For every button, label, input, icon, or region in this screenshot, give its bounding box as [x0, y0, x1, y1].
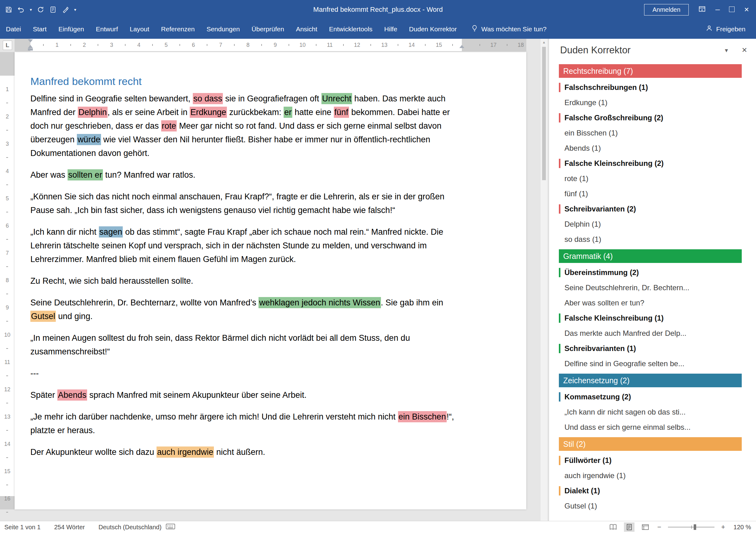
paragraph[interactable]: Später Abends sprach Manfred mit seinem … [30, 388, 462, 402]
correction-group[interactable]: Übereinstimmung (2) [559, 265, 742, 280]
tab-hilfe[interactable]: Hilfe [378, 19, 403, 39]
paragraph[interactable]: Delfine sind in Geografie selten bewande… [30, 92, 462, 160]
tab-referenzen[interactable]: Referenzen [155, 19, 201, 39]
tab-datei[interactable]: Datei [0, 19, 27, 39]
paragraph[interactable]: Aber was sollten er tun? Manfred war rat… [30, 168, 462, 182]
document-heading[interactable]: Manfred bekommt recht [30, 74, 462, 88]
word-count[interactable]: 254 Wörter [54, 524, 85, 531]
paragraph[interactable]: Der Akupunkteur wollte sich dazu auch ir… [30, 445, 462, 459]
tell-me-box[interactable]: Was möchten Sie tun? [471, 24, 547, 34]
paragraph[interactable]: „Ich kann dir nicht sagen ob das stimmt“… [30, 225, 462, 266]
paragraph[interactable]: „Können Sie sich das nicht noch einmal a… [30, 190, 462, 217]
category-header-zeichensetzung-2[interactable]: Zeichensetzung (2) [559, 374, 742, 387]
correction-item[interactable]: fünf (1) [559, 186, 742, 201]
zoom-in-icon[interactable]: + [720, 523, 726, 531]
minimize-icon[interactable]: ─ [716, 7, 720, 13]
undo-icon[interactable] [17, 6, 25, 13]
ruler-number: 18 [518, 42, 524, 48]
correction-group[interactable]: Schreibvarianten (2) [559, 201, 742, 216]
zoom-out-icon[interactable]: − [656, 523, 662, 531]
tab-ansicht[interactable]: Ansicht [290, 19, 323, 39]
correction-item[interactable]: Aber was sollten er tun? [559, 295, 742, 310]
correction-group[interactable]: Falsche Kleinschreibung (2) [559, 156, 742, 171]
correction-item[interactable]: ein Bisschen (1) [559, 125, 742, 140]
status-right: − + 120 % [608, 522, 756, 532]
paragraph[interactable]: Zu Recht, wie sich bald herausstellen so… [30, 274, 462, 288]
category-header-grammatik-4[interactable]: Grammatik (4) [559, 249, 742, 263]
scroll-up-icon[interactable]: ▲ [542, 39, 546, 45]
correction-item[interactable]: so dass (1) [559, 232, 742, 247]
tab-selector[interactable]: L [3, 41, 12, 50]
tab-entwurf[interactable]: Entwurf [90, 19, 124, 39]
undo-dropdown-icon[interactable]: ▾ [30, 8, 32, 12]
correction-group[interactable]: Dialekt (1) [559, 483, 742, 498]
correction-item[interactable]: Seine Deutschlehrerin, Dr. Bechtern... [559, 280, 742, 295]
correction-group[interactable]: Schreibvarianten (1) [559, 341, 742, 356]
correction-item[interactable]: Gutsel (1) [559, 498, 742, 514]
vertical-scrollbar[interactable]: ▲ [541, 39, 547, 521]
ruler-number: 5 [165, 42, 168, 48]
print-layout-icon[interactable] [624, 522, 634, 532]
customize-qat-icon[interactable]: ▾ [74, 8, 76, 12]
tab-berpr-fen[interactable]: Überprüfen [246, 19, 290, 39]
first-line-indent-marker[interactable] [28, 40, 33, 42]
format-painter-icon[interactable] [62, 6, 69, 13]
ruler-tick [6, 130, 8, 130]
page-indicator[interactable]: Seite 1 von 1 [4, 524, 40, 531]
zoom-slider-thumb[interactable] [694, 524, 696, 530]
correction-item[interactable]: Das merkte auch Manfred der Delp... [559, 325, 742, 341]
panel-menu-icon[interactable]: ▾ [725, 46, 728, 54]
document-page[interactable]: Manfred bekommt recht Delfine sind in Ge… [14, 52, 526, 509]
sign-in-button[interactable]: Anmelden [644, 4, 689, 15]
close-icon[interactable]: ✕ [744, 7, 749, 13]
lightbulb-icon [471, 24, 478, 34]
panel-close-icon[interactable]: ✕ [742, 46, 747, 54]
paragraph[interactable]: --- [30, 367, 462, 380]
correction-group[interactable]: Falsche Kleinschreibung (1) [559, 310, 742, 325]
correction-item[interactable]: Und dass er sich gerne einmal selbs... [559, 420, 742, 435]
correction-group[interactable]: Füllwörter (1) [559, 453, 742, 468]
tab-start[interactable]: Start [27, 19, 52, 39]
read-mode-icon[interactable] [608, 522, 618, 532]
scrollbar-thumb[interactable] [542, 47, 546, 180]
correction-item[interactable]: Delfine sind in Geografie selten be... [559, 356, 742, 371]
tab-layout[interactable]: Layout [124, 19, 155, 39]
correction-group[interactable]: Falschschreibungen (1) [559, 80, 742, 95]
paragraph[interactable]: Seine Deutschlehrerin, Dr. Bechternarz, … [30, 296, 462, 323]
redo-icon[interactable] [37, 6, 44, 13]
text-run: --- [30, 369, 39, 378]
maximize-icon[interactable] [729, 7, 735, 13]
correction-item[interactable]: Delphin (1) [559, 216, 742, 232]
language-indicator[interactable]: Deutsch (Deutschland) [98, 523, 175, 531]
hanging-indent-marker[interactable] [28, 45, 33, 48]
paragraph[interactable]: „In meinen Augen solltest du froh sein, … [30, 331, 462, 358]
correction-group[interactable]: Kommasetzung (2) [559, 389, 742, 404]
correction-item[interactable]: auch irgendwie (1) [559, 468, 742, 483]
tab-sendungen[interactable]: Sendungen [201, 19, 246, 39]
paragraph[interactable]: „Je mehr ich darüber nachdenke, umso meh… [30, 410, 462, 437]
group-color-marker [559, 268, 560, 277]
ruler-number: 9 [274, 42, 277, 48]
left-indent-marker[interactable] [28, 48, 33, 50]
zoom-slider[interactable] [668, 524, 715, 530]
right-indent-marker[interactable] [459, 45, 464, 48]
correction-item[interactable]: Abends (1) [559, 140, 742, 156]
web-layout-icon[interactable] [640, 522, 651, 532]
save-icon[interactable] [5, 6, 13, 13]
touch-mode-icon[interactable] [49, 6, 57, 13]
tab-duden-korrektor[interactable]: Duden Korrektor [403, 19, 463, 39]
ribbon-display-options-icon[interactable] [698, 5, 706, 14]
correction-item[interactable]: rote (1) [559, 171, 742, 186]
tab-entwicklertools[interactable]: Entwicklertools [323, 19, 378, 39]
zoom-level[interactable]: 120 % [732, 524, 751, 531]
text-run: Seine Deutschlehrerin, Dr. Bechternarz, … [30, 298, 258, 307]
category-header-rechtschreibung-7[interactable]: Rechtschreibung (7) [559, 64, 742, 78]
correction-item[interactable]: Erdkunge (1) [559, 95, 742, 110]
tab-einf-gen[interactable]: Einfügen [52, 19, 90, 39]
group-color-marker [559, 486, 560, 495]
category-header-stil-2[interactable]: Stil (2) [559, 437, 742, 451]
page-content: Manfred bekommt recht Delfine sind in Ge… [30, 74, 462, 467]
share-button[interactable]: Freigeben [706, 24, 756, 34]
correction-item[interactable]: „Ich kann dir nicht sagen ob das sti... [559, 404, 742, 420]
correction-group[interactable]: Falsche Großschreibung (2) [559, 110, 742, 125]
